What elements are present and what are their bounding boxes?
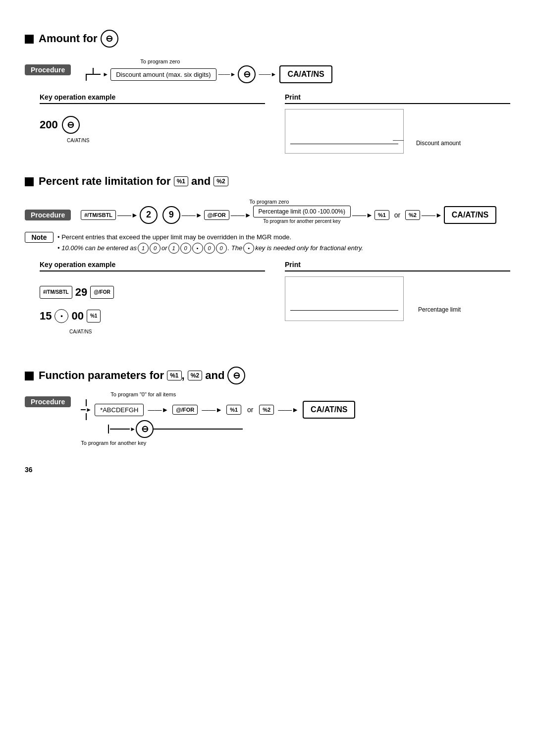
pct2-flow-key: %2 — [405, 210, 420, 220]
arrow-for-3: ——► — [202, 406, 222, 414]
note-key-dot2: • — [243, 243, 254, 254]
minus-key-example: ⊖ — [62, 116, 80, 134]
section3-title: Function parameters for %1, %2 and ⊖ — [25, 367, 510, 384]
h-branch-3: ► — [110, 426, 136, 432]
section3-flow: ► *ABCDEFGH ——► @/FOR ——► %1 or %2 ——► C… — [81, 399, 510, 446]
to-another-key-3: To program for another key — [81, 440, 146, 446]
arrow-for: ——► — [231, 211, 252, 219]
to-another-percent: To program for another percent key — [263, 218, 340, 224]
print-arrow-1: —— — [393, 137, 404, 143]
arrow-pct2: ——► — [422, 211, 442, 219]
key-op-value-1: 200 — [40, 114, 58, 136]
pct2-s3-title: %2 — [188, 371, 202, 380]
flow-row-1: ► Discount amount (max. six digits) ——► … — [86, 65, 332, 83]
arrow-abcdefgh: ——► — [148, 406, 168, 414]
note-key-0a: 0 — [150, 243, 160, 254]
to-program-zero-label-3: To program "0" for all items — [110, 391, 510, 397]
minus-flow-3: ⊖ — [136, 420, 154, 438]
section2-title: Percent rate limitation for %1 and %2 — [25, 175, 510, 188]
ca-sub-label-2: CA/AT/NS — [69, 327, 265, 337]
arrow-tm: ——► — [117, 211, 138, 219]
arrow-h-3: ► — [130, 426, 136, 432]
arrow-pct: ——► — [352, 211, 373, 219]
note-key-0c: 0 — [204, 243, 215, 254]
note-text: • Percent entries that exceed the upper … — [57, 232, 363, 254]
procedure-badge-2: Procedure — [25, 210, 71, 220]
discount-box: Discount amount (max. six digits) — [110, 68, 216, 81]
key-op-col-1: Key operation example 200 ⊖ CA/AT/NS — [40, 93, 265, 155]
pct1-title-key: %1 — [174, 176, 188, 186]
ca-sub-label-1: CA/AT/NS — [67, 136, 265, 146]
pct1-s3-title: %1 — [167, 371, 181, 380]
minus-symbol: ⊖ — [101, 30, 118, 48]
pct2-title-key: %2 — [214, 176, 228, 186]
for-ex: @/FOR — [90, 286, 114, 299]
section1-procedure-area: Procedure To program zero ► Discount amo… — [25, 54, 510, 83]
pct-box: Percentage limit (0.00 -100.00%) — [253, 206, 351, 217]
print-header-2: Print — [285, 261, 510, 271]
arrow-29: ——► — [182, 211, 203, 219]
note-badge: Note — [25, 232, 54, 243]
pct-branch: Percentage limit (0.00 -100.00%) To prog… — [253, 206, 351, 224]
key-op-header-1: Key operation example — [40, 93, 265, 104]
key-op-area-2: #/TM/SBTL 29 @/FOR 15 • 00 %1 CA/AT/NS — [40, 276, 265, 342]
section3-procedure-area: Procedure To program "0" for all items ► — [25, 391, 510, 446]
key-op-header-2: Key operation example — [40, 261, 265, 271]
section2-procedure-area: Procedure To program zero #/TM/SBTL ——► … — [25, 195, 510, 224]
pct1-flow-key: %1 — [374, 210, 389, 220]
arrow-pct-3: ——► — [278, 406, 299, 414]
note-box-2: Note • Percent entries that exceed the u… — [25, 232, 510, 254]
tm-sbtl-ex: #/TM/SBTL — [40, 286, 72, 299]
minus-s3-title: ⊖ — [227, 367, 245, 384]
pct1-ex: %1 — [87, 310, 101, 323]
note-key-1a: 1 — [138, 243, 149, 254]
section1-flow: ► Discount amount (max. six digits) ——► … — [81, 65, 510, 83]
note-key-1b: 1 — [168, 243, 179, 254]
minus-key-flow: ⊖ — [238, 65, 256, 83]
or-label-3: or — [247, 406, 253, 414]
print-col-2: Print Percentage limit — [285, 261, 510, 342]
print-box-2 — [285, 276, 404, 321]
for-key-3: @/FOR — [172, 405, 198, 415]
loop-right-3 — [154, 429, 243, 430]
pct2-flow-3: %2 — [259, 405, 274, 415]
discount-label: Discount amount — [416, 140, 461, 147]
to-program-zero-label-1: To program zero — [140, 58, 510, 64]
or-label-2: or — [394, 211, 400, 219]
black-square-icon — [25, 35, 34, 44]
print-area-2: Percentage limit — [285, 276, 404, 321]
note-key-0b: 0 — [180, 243, 191, 254]
ca-at-ns-key-1: CA/AT/NS — [279, 65, 332, 83]
tm-sbtl-key: #/TM/SBTL — [81, 210, 116, 220]
section2-examples: Key operation example #/TM/SBTL 29 @/FOR… — [40, 261, 510, 342]
procedure-badge-1: Procedure — [25, 64, 71, 75]
key-op-col-2: Key operation example #/TM/SBTL 29 @/FOR… — [40, 261, 265, 342]
num-29: 29 — [75, 281, 87, 303]
num9-key: 9 — [162, 206, 180, 224]
arrow-2: ——► — [218, 71, 236, 78]
ca-at-ns-key-2: CA/AT/NS — [444, 206, 496, 224]
pct-limit-label: Percentage limit — [418, 306, 461, 313]
abcdefgh-box: *ABCDEFGH — [95, 404, 144, 416]
arrow-branch-3: ► — [86, 406, 92, 413]
black-square-icon-2 — [25, 177, 34, 186]
print-box-1 — [285, 109, 404, 154]
section1: Amount for ⊖ Procedure To program zero — [25, 30, 510, 155]
section2: Percent rate limitation for %1 and %2 Pr… — [25, 175, 510, 342]
arrow-3: ——► — [259, 71, 276, 78]
print-header-1: Print — [285, 93, 510, 104]
note-line-2: • 10.00% can be entered as 1 0 or 1 0 • … — [57, 243, 363, 254]
pct1-flow-3: %1 — [226, 405, 241, 415]
num2-key: 2 — [140, 206, 158, 224]
page-number: 36 — [25, 466, 510, 474]
note-line-1: • Percent entries that exceed the upper … — [57, 232, 363, 243]
section3: Function parameters for %1, %2 and ⊖ Pro… — [25, 367, 510, 446]
left-branch-3: ► — [81, 399, 92, 420]
key-op-area-1: 200 ⊖ CA/AT/NS — [40, 109, 265, 151]
flow-row-3b: ► ⊖ — [108, 420, 243, 438]
note-key-dot: • — [192, 243, 203, 254]
for-key-1: @/FOR — [204, 210, 229, 220]
section3-flow-container: To program "0" for all items ► *ABCDEFGH — [81, 391, 510, 446]
arrow-1: ► — [103, 71, 108, 78]
section2-flow-container: To program zero #/TM/SBTL ——► 2 9 ——► @/… — [81, 199, 510, 224]
